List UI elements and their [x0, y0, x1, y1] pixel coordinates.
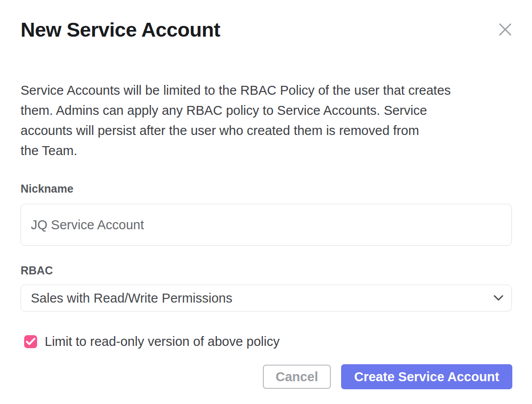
page-title: New Service Account — [21, 17, 512, 43]
description-line: the Team. — [21, 141, 512, 161]
description-line: Service Accounts will be limited to the … — [21, 80, 512, 101]
nickname-label: Nickname — [21, 182, 512, 195]
cancel-button[interactable]: Cancel — [263, 365, 331, 389]
rbac-select[interactable]: Sales with Read/Write Permissions — [21, 285, 512, 311]
close-button[interactable] — [497, 21, 513, 38]
nickname-input[interactable] — [21, 204, 512, 246]
new-service-account-modal: New Service Account Service Accounts wil… — [0, 0, 532, 404]
readonly-checkbox[interactable] — [24, 335, 37, 348]
description-line: accounts will persist after the user who… — [21, 121, 512, 141]
modal-footer: Cancel Create Service Account — [263, 364, 512, 389]
description-line: them. Admins can apply any RBAC policy t… — [21, 101, 512, 121]
rbac-selected-option: Sales with Read/Write Permissions — [31, 291, 232, 306]
close-icon — [498, 22, 513, 37]
modal-description: Service Accounts will be limited to the … — [21, 80, 512, 161]
readonly-checkbox-label: Limit to read-only version of above poli… — [45, 334, 279, 349]
rbac-label: RBAC — [21, 264, 512, 277]
readonly-checkbox-row[interactable]: Limit to read-only version of above poli… — [24, 334, 512, 349]
chevron-down-icon — [494, 295, 503, 301]
create-service-account-button[interactable]: Create Service Account — [341, 364, 512, 389]
check-icon — [26, 338, 35, 345]
